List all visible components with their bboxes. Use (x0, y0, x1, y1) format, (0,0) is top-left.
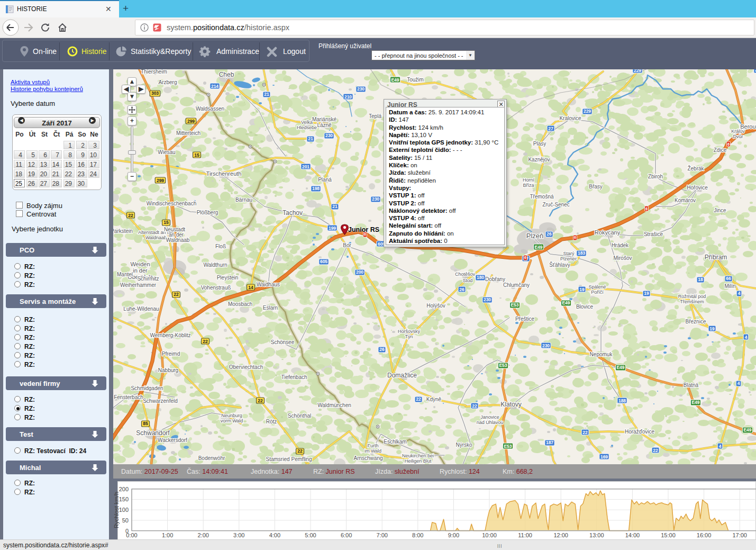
svg-text:Toužim: Toužim (407, 77, 424, 83)
svg-text:6: 6 (574, 236, 576, 239)
svg-text:Bodenwöhr: Bodenwöhr (198, 455, 225, 461)
svg-text:13:00: 13:00 (589, 532, 604, 538)
svg-text:100: 100 (119, 507, 129, 513)
svg-text:Arzberg: Arzberg (158, 79, 177, 85)
svg-text:22: 22 (582, 430, 588, 435)
svg-text:E49: E49 (616, 365, 624, 370)
svg-text:18: 18 (698, 277, 703, 282)
svg-text:14:00: 14:00 (625, 532, 640, 538)
svg-text:Mitterteich: Mitterteich (176, 130, 201, 136)
svg-text:Týn: Týn (405, 334, 413, 339)
svg-text:14: 14 (248, 285, 253, 290)
svg-text:Nýrsko: Nýrsko (456, 442, 472, 448)
svg-text:183: 183 (578, 250, 585, 256)
svg-text:22: 22 (472, 403, 477, 409)
svg-text:Blovice: Blovice (576, 304, 594, 310)
svg-text:4: 4 (737, 381, 740, 386)
svg-text:21: 21 (308, 136, 313, 141)
svg-text:12:00: 12:00 (553, 532, 568, 538)
svg-text:Rötz: Rötz (266, 419, 277, 425)
svg-text:nad Úhlavou: nad Úhlavou (477, 420, 504, 425)
svg-text:15: 15 (194, 152, 199, 158)
svg-text:Chotěšov: Chotěšov (455, 272, 476, 277)
svg-text:Arnschwang: Arnschwang (353, 455, 382, 461)
svg-text:199: 199 (329, 226, 336, 231)
svg-text:Žebrák: Žebrák (687, 165, 704, 172)
svg-text:Milín: Milín (724, 283, 735, 289)
svg-text:Tiefenbach: Tiefenbach (281, 374, 307, 380)
svg-text:201: 201 (302, 164, 309, 169)
svg-text:8:00: 8:00 (412, 532, 423, 538)
svg-text:230: 230 (357, 86, 365, 92)
svg-text:4: 4 (719, 444, 722, 449)
svg-text:Schwandorf: Schwandorf (136, 429, 170, 437)
svg-text:Oberviechtach: Oberviechtach (229, 364, 263, 370)
svg-text:214: 214 (211, 84, 218, 89)
svg-text:Plasy: Plasy (533, 141, 546, 147)
svg-text:19: 19 (709, 326, 715, 331)
svg-text:Waidhaus: Waidhaus (257, 282, 280, 287)
svg-text:E49: E49 (534, 245, 542, 250)
svg-text:299: 299 (157, 178, 164, 183)
svg-text:Schönthal: Schönthal (288, 413, 311, 419)
svg-text:Komárov: Komárov (675, 197, 696, 203)
svg-text:Weiden: Weiden (130, 261, 150, 267)
svg-text:Klatovy: Klatovy (500, 401, 521, 408)
svg-text:5:00: 5:00 (305, 532, 316, 538)
svg-text:229: 229 (584, 109, 591, 114)
svg-text:Waldmünchen: Waldmünchen (317, 402, 351, 408)
svg-text:E53: E53 (511, 302, 518, 308)
svg-text:Zbiroh: Zbiroh (648, 174, 663, 179)
svg-text:Horšovský: Horšovský (398, 329, 421, 334)
svg-text:Plzenec: Plzenec (560, 256, 578, 262)
svg-text:Domažlice: Domažlice (387, 372, 417, 379)
svg-text:Bříza: Bříza (523, 183, 534, 188)
svg-text:Wackersdorf: Wackersdorf (158, 437, 187, 443)
svg-text:Schirmitz: Schirmitz (137, 276, 159, 282)
svg-text:Schmidgaden: Schmidgaden (131, 385, 163, 391)
svg-text:150: 150 (119, 496, 129, 502)
svg-text:1:00: 1:00 (162, 532, 173, 538)
svg-text:Pleystein: Pleystein (217, 275, 239, 281)
svg-text:Waldnaab: Waldnaab (166, 237, 190, 243)
svg-text:Blatná: Blatná (684, 382, 699, 388)
svg-text:50: 50 (122, 517, 129, 524)
svg-text:vorm Wald: vorm Wald (221, 418, 243, 423)
svg-text:200: 200 (119, 486, 129, 492)
svg-text:4: 4 (745, 335, 748, 340)
svg-text:6: 6 (524, 256, 526, 259)
svg-text:4:00: 4:00 (269, 532, 280, 538)
svg-text:4: 4 (738, 291, 741, 296)
svg-text:Příbram: Příbram (705, 254, 727, 261)
svg-text:Schönsee: Schönsee (271, 339, 295, 345)
svg-text:Luhe-Wildenau: Luhe-Wildenau (123, 306, 159, 312)
svg-text:9:00: 9:00 (448, 532, 459, 538)
svg-text:Třemošná: Třemošná (530, 194, 553, 200)
svg-text:Hledsebe: Hledsebe (297, 125, 317, 130)
svg-text:22: 22 (174, 292, 179, 297)
svg-text:Stod: Stod (463, 278, 473, 283)
svg-text:3:00: 3:00 (233, 532, 244, 538)
svg-text:21: 21 (332, 204, 338, 209)
svg-text:Tirschenreuth: Tirschenreuth (206, 170, 242, 177)
svg-text:im Wald: im Wald (365, 448, 381, 454)
svg-text:22: 22 (653, 448, 658, 453)
svg-text:Lázně: Lázně (317, 122, 332, 128)
svg-text:303: 303 (151, 91, 159, 96)
svg-text:Beroun: Beroun (740, 123, 756, 130)
svg-text:Mirošov: Mirošov (613, 255, 632, 261)
svg-text:Rokycany: Rokycany (595, 229, 621, 236)
svg-text:Šťáhlavy: Šťáhlavy (549, 262, 570, 268)
svg-text:Mantel: Mantel (117, 272, 133, 277)
svg-text:Strašice: Strašice (644, 231, 663, 237)
svg-text:15:00: 15:00 (661, 532, 676, 538)
svg-text:Bärnau: Bärnau (235, 197, 252, 203)
svg-text:E49: E49 (691, 400, 699, 405)
svg-text:Jince: Jince (714, 208, 726, 213)
svg-text:E53: E53 (504, 444, 512, 449)
svg-text:Hořovice: Hořovice (687, 185, 708, 191)
svg-text:Kdyně: Kdyně (426, 396, 442, 402)
svg-text:229: 229 (634, 69, 641, 73)
svg-text:Holýšov: Holýšov (426, 303, 445, 309)
svg-text:Schwarzenfeld: Schwarzenfeld (143, 398, 178, 404)
